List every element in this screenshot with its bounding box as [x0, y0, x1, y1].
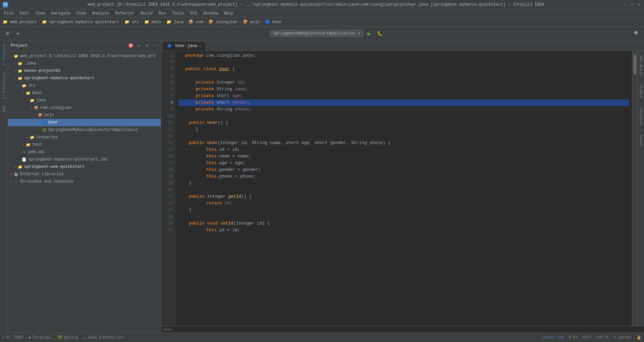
todo-button[interactable]: ☑ 6: TODO [3, 335, 23, 340]
scrollbar-thumb[interactable] [634, 54, 636, 75]
spring-button[interactable]: 🌿 Spring [57, 335, 78, 340]
event-log-link[interactable]: Event Log [543, 335, 563, 340]
tree-item-user[interactable]: 🔵 User [8, 119, 161, 126]
scratch-icon: ✏ [13, 179, 19, 184]
expand-arrow[interactable]: ▸ [21, 143, 25, 147]
menu-item-code[interactable]: Code [74, 10, 89, 16]
encoding[interactable]: UTF-8 [597, 335, 608, 340]
expand-btn[interactable]: ⇌ [136, 43, 142, 49]
menu-item-refactor[interactable]: Refactor [112, 10, 137, 16]
expand-arrow[interactable]: ▾ [34, 113, 38, 117]
kw-package: package [185, 52, 206, 59]
tree-item-springboot-app[interactable]: 🌿 SpringbootMybatisQuickstartApplicatio [8, 126, 161, 134]
breadcrumb-item-web_project[interactable]: 📁 web_project [3, 19, 37, 25]
tree-item-iml[interactable]: 📄 springboot-mybatis-quickstart.iml [8, 156, 161, 163]
fold-icon-22[interactable]: ▾ [176, 195, 177, 199]
expand-arrow[interactable]: ▸ [9, 172, 13, 176]
todo-icon: ☑ [3, 335, 5, 340]
terminal-button[interactable]: ▶ Terminal [29, 335, 52, 340]
close-button[interactable]: ✕ [637, 2, 641, 7]
right-tab-database[interactable]: Database [638, 106, 644, 128]
fold-icon-20[interactable]: ▾ [176, 181, 177, 185]
breadcrumb-item-java[interactable]: 📁 java [166, 19, 183, 25]
debug-button[interactable]: 🐛 [375, 29, 385, 38]
expand-arrow[interactable]: ▸ [13, 165, 17, 169]
fold-icon-14[interactable]: ▾ [176, 141, 177, 145]
spring-label: Spring [64, 335, 78, 340]
expand-arrow[interactable]: ▾ [13, 76, 17, 80]
scrollbar-track[interactable] [632, 51, 637, 326]
tree-item-springboot-web[interactable]: ▸ 📁 springboot-web-quickstart [8, 163, 161, 170]
settings-btn[interactable]: ⚙ [144, 43, 150, 49]
tree-item-pojo[interactable]: ▾ 📦 pojo [8, 111, 161, 119]
left-tab-web[interactable]: Web [1, 102, 7, 116]
tree-item-web-project[interactable]: ▾ 📁 web_project D:\IntelliJ IDEA 2018.3.… [8, 52, 161, 60]
tree-item-java[interactable]: ▾ 📁 java [8, 97, 161, 104]
menu-item-run[interactable]: Run [156, 10, 169, 16]
locate-btn[interactable]: 🎯 [128, 43, 134, 49]
menu-item-edit[interactable]: Edit [17, 10, 32, 16]
right-tab-maven[interactable]: Maven [638, 133, 644, 148]
editor-scrollbar[interactable] [632, 51, 637, 326]
menu-item-file[interactable]: File [1, 10, 16, 16]
breadcrumb-item-src[interactable]: 📁 src [124, 19, 139, 25]
expand-arrow[interactable]: ▸ [13, 69, 17, 73]
tree-item-src[interactable]: ▾ 📁 src [8, 82, 161, 89]
expand-arrow[interactable]: ▾ [25, 98, 30, 102]
window-controls[interactable]: ─ □ ✕ [622, 2, 641, 7]
breadcrumb-item-main[interactable]: 📁 main [144, 19, 161, 25]
menu-item-vcs[interactable]: VCS [187, 10, 200, 16]
breadcrumb-item-xiongjian[interactable]: 📦 xiongjian [208, 19, 237, 25]
expand-arrow[interactable]: ▾ [9, 54, 13, 58]
expand-arrow[interactable]: ▸ [13, 61, 17, 65]
tree-item-maven[interactable]: ▸ 📁 maven-project01 [8, 67, 161, 75]
indent[interactable]: 4 spaces [613, 335, 631, 340]
tree-label: web_project D:\IntelliJ IDEA 2018.3.5\wo… [20, 54, 155, 58]
breadcrumb-item-com[interactable]: 📦 com [189, 19, 203, 25]
collapse-btn[interactable]: – [152, 43, 158, 49]
tab-user-java[interactable]: 🔵 User.java ✕ [162, 41, 206, 51]
fold-icon-26[interactable]: ▾ [176, 222, 177, 226]
breadcrumb-item-springboot-mybatis-quickstart[interactable]: 📁 springboot-mybatis-quickstart [42, 19, 119, 25]
breadcrumb-item-user[interactable]: 🔵 User [265, 19, 282, 25]
tree-item-idea[interactable]: ▸ 📁 .idea [8, 60, 161, 67]
tree-item-pom[interactable]: m pom.xml [8, 148, 161, 156]
tab-close-button[interactable]: ✕ [199, 44, 201, 48]
tree-item-main[interactable]: ▾ 📁 main [8, 89, 161, 97]
menu-item-navigate[interactable]: Navigate [48, 10, 73, 16]
tree-item-ext-libs[interactable]: ▸ 📚 External Libraries [8, 170, 161, 178]
run-button[interactable]: ▶ [365, 29, 374, 38]
minimize-button[interactable]: ─ [622, 2, 627, 7]
fold-icon-11[interactable]: ▾ [176, 121, 177, 125]
menu-item-window[interactable]: Window [201, 10, 220, 16]
breadcrumb-item-pojo[interactable]: 📦 pojo [243, 19, 260, 25]
tree-item-scratches[interactable]: ▸ ✏ Scratches and Consoles [8, 178, 161, 185]
menu-item-view[interactable]: View [33, 10, 48, 16]
code-editor[interactable]: package com.xiongjian.pojo; public class… [176, 51, 632, 326]
right-tab-ant-build[interactable]: Ant Build [638, 54, 644, 78]
menu-item-build[interactable]: Build [138, 10, 155, 16]
expand-arrow[interactable]: ▾ [21, 91, 25, 95]
expand-arrow[interactable]: ▾ [30, 106, 34, 110]
expand-arrow[interactable]: ▾ [17, 84, 21, 88]
java-enterprise-button[interactable]: ☕ Java Enterprise [84, 335, 123, 340]
expand-arrow[interactable]: ▸ [25, 135, 30, 139]
left-tab-project[interactable]: 1: Project [1, 40, 7, 69]
fold-icon-24[interactable]: ▾ [176, 208, 177, 212]
menu-item-tools[interactable]: Tools [169, 10, 187, 16]
menu-item-analyze[interactable]: Analyze [90, 10, 112, 16]
right-tab-gradle[interactable]: Gradle [638, 83, 644, 100]
tree-item-springboot-mybatis[interactable]: ▾ 📁 springboot-mybatis-quickstart [8, 75, 161, 82]
tree-item-test[interactable]: ▸ 📁 test [8, 141, 161, 148]
search-button[interactable]: 🔍 [632, 29, 641, 38]
maximize-button[interactable]: □ [629, 2, 634, 7]
menu-item-help[interactable]: Help [221, 10, 236, 16]
tree-item-com-xiongjian[interactable]: ▾ 📦 com.xiongjian [8, 104, 161, 111]
left-tab-favorites[interactable]: 2: Favorites [1, 69, 7, 102]
tree-item-resources[interactable]: ▸ 📁 resources [8, 134, 161, 141]
settings-btn[interactable]: ⚙ [3, 29, 12, 38]
line-endings[interactable]: CRLF [583, 335, 592, 340]
run-config-dropdown[interactable]: SpringbootWebQuickstartApplication ▾ [270, 30, 363, 37]
sync-btn[interactable]: ⇌ [13, 29, 23, 38]
expand-arrow[interactable]: ▸ [9, 180, 13, 184]
